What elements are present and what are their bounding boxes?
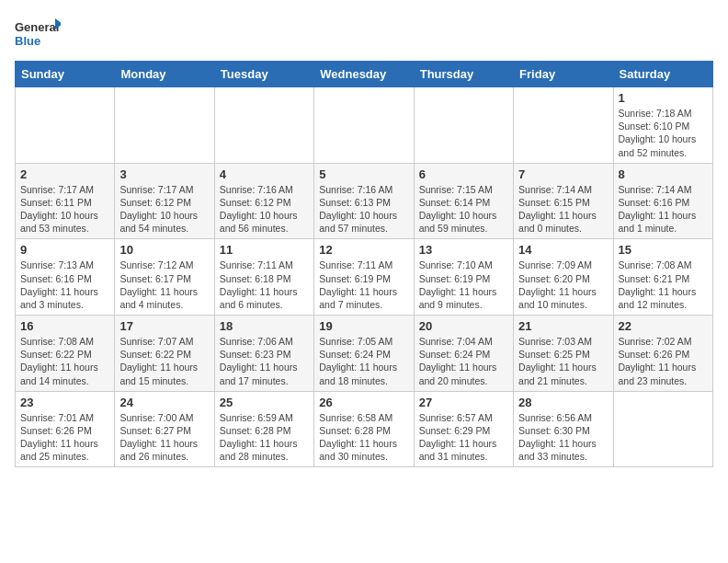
day-number: 7 [518,167,608,181]
day-number: 10 [119,243,209,257]
calendar-cell: 14Sunrise: 7:09 AM Sunset: 6:20 PM Dayli… [514,239,613,316]
day-info: Sunrise: 7:15 AM Sunset: 6:14 PM Dayligh… [419,183,508,236]
day-number: 27 [419,396,508,409]
day-number: 3 [119,167,209,181]
day-number: 18 [220,319,309,333]
day-number: 24 [119,396,209,409]
calendar-cell: 4Sunrise: 7:16 AM Sunset: 6:12 PM Daylig… [214,163,313,239]
day-number: 13 [419,243,508,257]
day-info: Sunrise: 7:17 AM Sunset: 6:12 PM Dayligh… [119,183,209,236]
calendar-cell [414,87,513,164]
calendar-cell: 19Sunrise: 7:05 AM Sunset: 6:24 PM Dayli… [314,316,414,392]
day-info: Sunrise: 7:11 AM Sunset: 6:18 PM Dayligh… [220,259,309,311]
calendar-cell: 11Sunrise: 7:11 AM Sunset: 6:18 PM Dayli… [214,239,313,316]
calendar-cell: 24Sunrise: 7:00 AM Sunset: 6:27 PM Dayli… [115,391,214,467]
day-info: Sunrise: 7:09 AM Sunset: 6:20 PM Dayligh… [518,259,608,311]
weekday-header: Tuesday [214,62,313,87]
day-info: Sunrise: 7:13 AM Sunset: 6:16 PM Dayligh… [20,259,109,311]
day-info: Sunrise: 7:14 AM Sunset: 6:16 PM Dayligh… [619,183,708,236]
day-info: Sunrise: 7:07 AM Sunset: 6:22 PM Dayligh… [119,335,209,387]
day-number: 4 [220,167,309,181]
day-number: 17 [119,319,209,333]
weekday-header: Sunday [16,62,115,87]
day-number: 16 [20,319,109,333]
day-number: 20 [419,319,508,333]
weekday-header: Thursday [414,62,513,87]
weekday-header: Wednesday [314,62,414,87]
page-header: General Blue [15,15,713,52]
day-info: Sunrise: 7:08 AM Sunset: 6:21 PM Dayligh… [619,259,708,311]
day-number: 9 [20,243,109,257]
day-info: Sunrise: 7:04 AM Sunset: 6:24 PM Dayligh… [419,335,508,387]
calendar-cell: 28Sunrise: 6:56 AM Sunset: 6:30 PM Dayli… [514,391,613,467]
day-info: Sunrise: 7:11 AM Sunset: 6:19 PM Dayligh… [319,259,408,311]
day-info: Sunrise: 7:18 AM Sunset: 6:10 PM Dayligh… [619,107,708,159]
calendar-cell: 12Sunrise: 7:11 AM Sunset: 6:19 PM Dayli… [314,239,414,316]
calendar-cell: 8Sunrise: 7:14 AM Sunset: 6:16 PM Daylig… [613,163,712,239]
day-info: Sunrise: 7:02 AM Sunset: 6:26 PM Dayligh… [619,335,708,387]
day-number: 28 [518,396,608,409]
day-number: 25 [220,396,309,409]
day-info: Sunrise: 7:06 AM Sunset: 6:23 PM Dayligh… [220,335,309,387]
day-number: 12 [319,243,408,257]
day-info: Sunrise: 7:08 AM Sunset: 6:22 PM Dayligh… [20,335,109,387]
calendar-row: 1Sunrise: 7:18 AM Sunset: 6:10 PM Daylig… [16,87,713,164]
weekday-header: Friday [514,62,613,87]
calendar-cell: 21Sunrise: 7:03 AM Sunset: 6:25 PM Dayli… [514,316,613,392]
day-info: Sunrise: 6:58 AM Sunset: 6:28 PM Dayligh… [319,411,408,464]
calendar-cell: 5Sunrise: 7:16 AM Sunset: 6:13 PM Daylig… [314,163,414,239]
calendar-cell: 2Sunrise: 7:17 AM Sunset: 6:11 PM Daylig… [16,163,115,239]
day-info: Sunrise: 7:14 AM Sunset: 6:15 PM Dayligh… [518,183,608,236]
calendar-cell: 20Sunrise: 7:04 AM Sunset: 6:24 PM Dayli… [414,316,513,392]
weekday-header: Monday [115,62,214,87]
day-info: Sunrise: 7:16 AM Sunset: 6:13 PM Dayligh… [319,183,408,236]
calendar-cell: 17Sunrise: 7:07 AM Sunset: 6:22 PM Dayli… [115,316,214,392]
calendar-cell: 9Sunrise: 7:13 AM Sunset: 6:16 PM Daylig… [16,239,115,316]
calendar-cell: 18Sunrise: 7:06 AM Sunset: 6:23 PM Dayli… [214,316,313,392]
day-info: Sunrise: 6:57 AM Sunset: 6:29 PM Dayligh… [419,411,508,464]
calendar-cell: 16Sunrise: 7:08 AM Sunset: 6:22 PM Dayli… [16,316,115,392]
calendar-row: 23Sunrise: 7:01 AM Sunset: 6:26 PM Dayli… [16,391,713,467]
logo: General Blue [15,15,61,52]
calendar-cell [514,87,613,164]
day-number: 1 [619,91,708,105]
weekday-header: Saturday [613,62,712,87]
day-number: 15 [619,243,708,257]
calendar-cell [115,87,214,164]
day-info: Sunrise: 7:00 AM Sunset: 6:27 PM Dayligh… [119,411,209,464]
calendar-cell [214,87,313,164]
logo-svg: General Blue [15,15,61,52]
day-info: Sunrise: 7:03 AM Sunset: 6:25 PM Dayligh… [518,335,608,387]
day-info: Sunrise: 7:17 AM Sunset: 6:11 PM Dayligh… [20,183,109,236]
day-number: 19 [319,319,408,333]
calendar-cell: 3Sunrise: 7:17 AM Sunset: 6:12 PM Daylig… [115,163,214,239]
day-number: 5 [319,167,408,181]
calendar-cell [314,87,414,164]
calendar-cell: 15Sunrise: 7:08 AM Sunset: 6:21 PM Dayli… [613,239,712,316]
day-info: Sunrise: 7:10 AM Sunset: 6:19 PM Dayligh… [419,259,508,311]
calendar-cell: 10Sunrise: 7:12 AM Sunset: 6:17 PM Dayli… [115,239,214,316]
day-number: 14 [518,243,608,257]
day-info: Sunrise: 6:56 AM Sunset: 6:30 PM Dayligh… [518,411,608,464]
calendar-cell: 25Sunrise: 6:59 AM Sunset: 6:28 PM Dayli… [214,391,313,467]
calendar-cell: 27Sunrise: 6:57 AM Sunset: 6:29 PM Dayli… [414,391,513,467]
day-number: 2 [20,167,109,181]
day-number: 26 [319,396,408,409]
calendar-cell: 26Sunrise: 6:58 AM Sunset: 6:28 PM Dayli… [314,391,414,467]
day-number: 8 [619,167,708,181]
day-info: Sunrise: 6:59 AM Sunset: 6:28 PM Dayligh… [220,411,309,464]
calendar-cell [16,87,115,164]
day-number: 23 [20,396,109,409]
day-info: Sunrise: 7:01 AM Sunset: 6:26 PM Dayligh… [20,411,109,464]
calendar-cell [613,391,712,467]
svg-text:Blue: Blue [15,34,40,48]
day-info: Sunrise: 7:16 AM Sunset: 6:12 PM Dayligh… [220,183,309,236]
day-number: 6 [419,167,508,181]
calendar-cell: 6Sunrise: 7:15 AM Sunset: 6:14 PM Daylig… [414,163,513,239]
calendar-cell: 22Sunrise: 7:02 AM Sunset: 6:26 PM Dayli… [613,316,712,392]
calendar-cell: 13Sunrise: 7:10 AM Sunset: 6:19 PM Dayli… [414,239,513,316]
day-info: Sunrise: 7:05 AM Sunset: 6:24 PM Dayligh… [319,335,408,387]
svg-text:General: General [15,20,59,34]
day-number: 22 [619,319,708,333]
day-number: 11 [220,243,309,257]
